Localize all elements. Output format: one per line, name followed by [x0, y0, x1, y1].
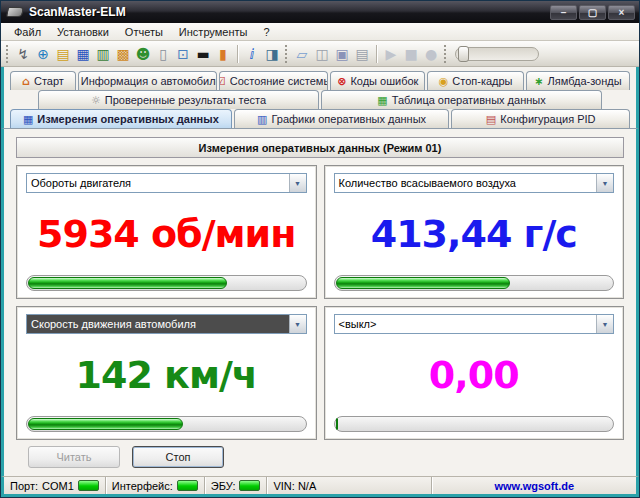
website-link[interactable]: www.wgsoft.de: [432, 480, 636, 492]
toolbar-grip[interactable]: [6, 45, 10, 63]
window-title: ScanMaster-ELM: [29, 5, 550, 19]
tab-live-data-table[interactable]: ▦ Таблица оперативных данных: [321, 90, 602, 109]
toolbar-grip[interactable]: [444, 45, 448, 63]
tab-label: Информация о автомобиле: [81, 75, 217, 87]
connect-icon[interactable]: ↯: [13, 44, 33, 64]
ecu-label: ЭБУ:: [211, 480, 236, 492]
toolbar: ↯ ⊕ ▤ ▦ ▥ ▩ ☻ ▯ ⊡ ▬ ▮ ⅈ ◨ ▱ ◫ ▣ ▤ ▶ ■ ●: [1, 41, 639, 67]
toolbar-grip[interactable]: [285, 45, 289, 63]
tab-system-status[interactable]: ☑ Состояние системы: [219, 71, 329, 90]
tab-lambda-sensors[interactable]: ∗ Лямбда-зонды: [526, 71, 630, 90]
gauge-panel-rpm: Обороты двигателя ▼ 5934 об/мин: [16, 165, 317, 299]
home-icon: ⌂: [22, 76, 30, 87]
tab-live-graphs[interactable]: ▥ Графики оперативных данных: [234, 109, 450, 128]
tab-label: Коды ошибок: [350, 75, 418, 87]
tab-start[interactable]: ⌂ Старт: [10, 71, 76, 90]
port-value: COM1: [42, 480, 74, 492]
live-measurements-page: Измерения оперативных данных (Режим 01) …: [1, 128, 639, 476]
gauge-progress-fill: [336, 418, 339, 430]
tab-label: Состояние системы: [230, 75, 329, 87]
gauge-value-rpm: 5934 об/мин: [26, 193, 307, 275]
user-icon[interactable]: ☻: [133, 44, 153, 64]
chevron-down-icon[interactable]: ▼: [289, 315, 306, 333]
menu-settings[interactable]: Установки: [50, 24, 116, 40]
globe-icon[interactable]: ⊕: [33, 44, 53, 64]
menu-tools[interactable]: Инструменты: [172, 24, 255, 40]
pid-select-value: <выкл>: [335, 315, 597, 333]
title-bar: ScanMaster-ELM – ▢ ×: [1, 1, 639, 23]
record-icon[interactable]: ●: [421, 44, 441, 64]
toolbar-separator: [376, 45, 377, 63]
pid-select-off[interactable]: <выкл> ▼: [334, 314, 615, 334]
save-file-icon[interactable]: ▣: [332, 44, 352, 64]
close-button[interactable]: ×: [608, 5, 635, 20]
menu-file[interactable]: Файл: [7, 24, 48, 40]
play-icon[interactable]: ▶: [381, 44, 401, 64]
port-label: Порт:: [10, 480, 38, 492]
status-port: Порт: COM1: [4, 477, 106, 494]
ecu-status-led: [239, 480, 260, 491]
tab-label: Графики оперативных данных: [271, 113, 426, 125]
tab-freeze-frames[interactable]: ◉ Стоп-кадры: [427, 71, 524, 90]
gauge-value-off: 0,00: [334, 334, 615, 416]
info-icon[interactable]: ⅈ: [242, 44, 262, 64]
read-button[interactable]: Читать: [28, 446, 120, 468]
port-status-led: [78, 480, 99, 491]
live-graph-icon[interactable]: ▥: [93, 44, 113, 64]
pid-select-value: Обороты двигателя: [27, 174, 289, 192]
report-icon[interactable]: ▤: [53, 44, 73, 64]
asterisk-icon: ∗: [534, 76, 543, 87]
exit-icon[interactable]: ◨: [262, 44, 282, 64]
maximize-button[interactable]: ▢: [579, 5, 606, 20]
tab-area: ⌂ Старт i Информация о автомобиле ☑ Сост…: [1, 67, 639, 128]
pid-select-value: Скорость движения автомобиля: [27, 315, 289, 333]
open-file-icon[interactable]: ◫: [312, 44, 332, 64]
tab-test-results[interactable]: ☼ Проверенные результаты теста: [38, 90, 319, 109]
screen-search-icon[interactable]: ⊡: [173, 44, 193, 64]
gauge-progress-fill: [336, 277, 510, 289]
live-table-icon[interactable]: ▦: [73, 44, 93, 64]
document-icon: ▤: [486, 114, 496, 125]
chevron-down-icon[interactable]: ▼: [596, 315, 613, 333]
interface-label: Интерфейс:: [112, 480, 173, 492]
tab-pid-config[interactable]: ▤ Конфигурация PID: [451, 109, 630, 128]
chevron-down-icon[interactable]: ▼: [289, 174, 306, 192]
chart-icon: ▥: [257, 114, 267, 125]
status-interface: Интерфейс:: [106, 477, 205, 494]
terminal-icon[interactable]: ▬: [193, 44, 213, 64]
tab-label: Лямбда-зонды: [548, 75, 622, 87]
playback-speed-slider[interactable]: [455, 47, 539, 61]
tab-label: Измерения оперативных данных: [37, 113, 218, 125]
status-vin: VIN: N/A: [267, 477, 432, 494]
app-window: ScanMaster-ELM – ▢ × Файл Установки Отче…: [0, 0, 640, 498]
stop-playback-icon[interactable]: ■: [401, 44, 421, 64]
chevron-down-icon[interactable]: ▼: [596, 174, 613, 192]
gauge-progress-fill: [28, 277, 227, 289]
windows-icon[interactable]: ▩: [113, 44, 133, 64]
tab-row-2: ☼ Проверенные результаты теста ▦ Таблица…: [10, 90, 630, 109]
menu-bar: Файл Установки Отчеты Инструменты ?: [1, 23, 639, 41]
slider-handle[interactable]: [458, 46, 469, 62]
gauge-value-maf: 413,44 г/с: [334, 193, 615, 275]
clipboard-icon[interactable]: ▯: [153, 44, 173, 64]
gauge-progressbar: [334, 416, 615, 432]
gauge-panel-off: <выкл> ▼ 0,00: [324, 306, 625, 440]
interface-status-led: [177, 480, 198, 491]
new-file-icon[interactable]: ▱: [292, 44, 312, 64]
print-icon[interactable]: ▤: [352, 44, 372, 64]
pid-select-rpm[interactable]: Обороты двигателя ▼: [26, 173, 307, 193]
pid-select-maf[interactable]: Количество всасываемого воздуха ▼: [334, 173, 615, 193]
battery-icon[interactable]: ▮: [213, 44, 233, 64]
tab-trouble-codes[interactable]: ⊗ Коды ошибок: [330, 71, 425, 90]
pid-select-speed[interactable]: Скорость движения автомобиля ▼: [26, 314, 307, 334]
grid-icon: ▦: [23, 114, 33, 125]
minimize-button[interactable]: –: [550, 5, 577, 20]
tab-vehicle-info[interactable]: i Информация о автомобиле: [78, 71, 217, 90]
menu-help[interactable]: ?: [256, 24, 276, 40]
status-bar: Порт: COM1 Интерфейс: ЭБУ: VIN: N/A www.…: [1, 476, 639, 497]
stop-button[interactable]: Стоп: [132, 446, 224, 468]
menu-reports[interactable]: Отчеты: [118, 24, 170, 40]
tab-live-measurements[interactable]: ▦ Измерения оперативных данных: [10, 109, 232, 128]
page-title: Измерения оперативных данных (Режим 01): [16, 137, 624, 158]
tab-label: Таблица оперативных данных: [392, 94, 546, 106]
